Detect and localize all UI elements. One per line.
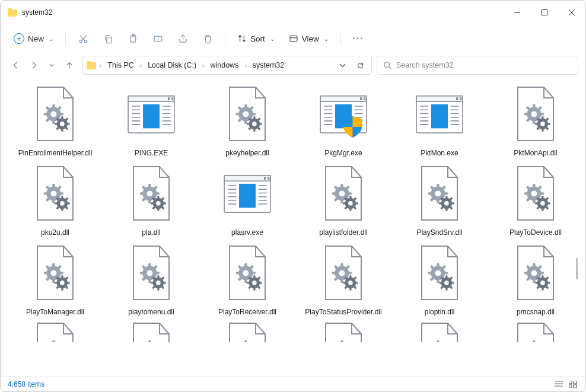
chevron-down-icon: ⌄ [49, 36, 53, 42]
search-input[interactable] [396, 61, 572, 69]
new-label: New [28, 34, 44, 43]
file-name: pmcsnap.dll [491, 308, 579, 316]
file-item[interactable]: PinEnrollmentHelper.dll [9, 80, 101, 157]
back-button[interactable] [8, 57, 24, 74]
file-item[interactable]: PktMon.exe [393, 80, 486, 157]
file-name: PinEnrollmentHelper.dll [11, 149, 100, 157]
search-box[interactable] [377, 56, 578, 75]
file-item[interactable]: pku2u.dll [9, 160, 101, 237]
chevron-right-icon: › [201, 62, 205, 69]
file-name: PING.EXE [107, 149, 196, 157]
file-icon [218, 241, 277, 305]
file-item[interactable] [297, 318, 390, 345]
file-icon [506, 321, 565, 342]
file-item[interactable]: playtomenu.dll [105, 239, 198, 316]
view-button[interactable]: View ⌄ [283, 28, 335, 49]
scrollbar-thumb[interactable] [576, 258, 578, 279]
new-button[interactable]: + New ⌄ [8, 28, 59, 49]
address-chevron-button[interactable] [335, 58, 350, 73]
icons-view-button[interactable] [568, 380, 578, 389]
status-bar: 4,658 items [1, 376, 585, 391]
breadcrumb-segment[interactable]: system32 [250, 61, 287, 69]
share-button[interactable] [171, 28, 194, 49]
close-button[interactable] [558, 1, 585, 24]
more-button[interactable]: ··· [347, 28, 370, 49]
file-name: PktMon.exe [395, 149, 484, 157]
file-item[interactable]: PkgMgr.exe [297, 80, 390, 157]
file-item[interactable]: ploptin.dll [393, 239, 486, 316]
file-item[interactable] [393, 318, 486, 345]
forward-button[interactable] [26, 57, 42, 74]
copy-button[interactable] [97, 28, 119, 49]
file-icon [506, 241, 565, 305]
file-icon [218, 321, 277, 342]
file-icon [26, 321, 85, 342]
file-icon [122, 321, 181, 342]
rename-button[interactable] [146, 28, 169, 49]
delete-button[interactable] [196, 28, 219, 49]
file-list: PinEnrollmentHelper.dllPING.EXEpkeyhelpe… [1, 80, 579, 375]
svg-rect-38 [542, 10, 547, 15]
file-item[interactable] [9, 318, 101, 345]
toolbar: + New ⌄ Sort ⌄ View ⌄ ··· [1, 24, 585, 53]
file-item[interactable]: PlayToReceiver.dll [201, 239, 294, 316]
file-name: PktMonApi.dll [491, 149, 579, 157]
file-name: playtomenu.dll [107, 308, 196, 316]
item-count: 4,658 items [8, 380, 44, 388]
file-icon [314, 241, 373, 305]
svg-rect-41 [106, 37, 112, 43]
svg-rect-54 [574, 381, 577, 384]
minimize-button[interactable] [504, 1, 531, 24]
file-name: pkeyhelper.dll [203, 149, 292, 157]
plus-icon: + [14, 33, 24, 44]
svg-rect-55 [569, 385, 572, 388]
sort-button[interactable]: Sort ⌄ [231, 28, 281, 49]
maximize-button[interactable] [531, 1, 558, 24]
cut-button[interactable] [72, 28, 94, 49]
svg-rect-56 [574, 385, 577, 388]
chevron-right-icon: › [139, 62, 143, 69]
breadcrumb-segment[interactable]: This PC [105, 61, 136, 69]
breadcrumb-segment[interactable]: Local Disk (C:) [145, 61, 199, 69]
file-icon [218, 82, 277, 146]
file-item[interactable]: plasrv.exe [201, 160, 294, 237]
file-item[interactable]: pmcsnap.dll [489, 239, 579, 316]
paste-button[interactable] [122, 28, 144, 49]
sort-label: Sort [250, 34, 265, 43]
file-icon [314, 162, 373, 226]
file-item[interactable]: PlayToManager.dll [9, 239, 101, 316]
file-item[interactable]: pla.dll [105, 160, 198, 237]
chevron-down-icon: ⌄ [324, 36, 329, 42]
file-item[interactable]: PlayToStatusProvider.dll [297, 239, 390, 316]
svg-rect-53 [569, 381, 572, 384]
file-icon [122, 162, 181, 226]
file-name: PlayToManager.dll [11, 308, 100, 316]
file-item[interactable]: PktMonApi.dll [489, 80, 579, 157]
breadcrumb-segment[interactable]: windows [208, 61, 241, 69]
file-item[interactable]: PlaySndSrv.dll [393, 160, 486, 237]
file-item[interactable]: playlistfolder.dll [297, 160, 390, 237]
file-icon [410, 321, 469, 342]
file-icon [26, 241, 85, 305]
folder-icon [8, 8, 17, 17]
address-bar[interactable]: › This PC › Local Disk (C:) › windows › … [82, 56, 372, 75]
refresh-button[interactable] [352, 58, 368, 73]
up-button[interactable] [61, 57, 78, 74]
file-item[interactable]: pkeyhelper.dll [201, 80, 294, 157]
file-name: plasrv.exe [203, 228, 292, 237]
file-name: PlayToStatusProvider.dll [299, 308, 388, 316]
file-item[interactable] [105, 318, 198, 345]
recent-button[interactable] [43, 57, 60, 74]
file-icon [314, 321, 373, 342]
svg-rect-46 [290, 36, 297, 41]
file-icon [122, 82, 181, 146]
details-view-button[interactable] [553, 380, 564, 389]
file-item[interactable]: PlayToDevice.dll [489, 160, 579, 237]
svg-point-48 [384, 62, 390, 68]
chevron-right-icon: › [98, 62, 103, 69]
file-item[interactable] [489, 318, 579, 345]
file-icon [314, 82, 373, 146]
file-icon [410, 82, 469, 146]
file-item[interactable]: PING.EXE [105, 80, 198, 157]
file-item[interactable] [201, 318, 294, 345]
